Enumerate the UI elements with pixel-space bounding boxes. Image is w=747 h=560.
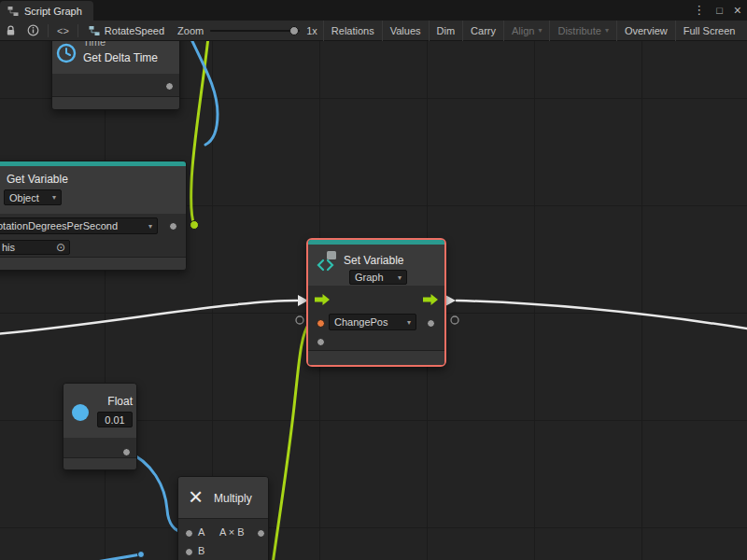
node-header: Float 0.01 — [63, 384, 136, 438]
floating-port-left[interactable] — [296, 316, 303, 324]
overview-button[interactable]: Overview — [616, 21, 675, 41]
node-footer — [63, 457, 136, 469]
zoom-slider-knob[interactable] — [289, 26, 299, 35]
node-title: Get Delta Time — [83, 51, 158, 64]
relations-button[interactable]: Relations — [323, 21, 382, 41]
lock-icon[interactable] — [0, 21, 21, 41]
multiply-icon — [189, 484, 203, 509]
node-get-variable[interactable]: Get Variable Object otationDegreesPerSec… — [0, 161, 187, 271]
node-category: Time — [83, 41, 106, 48]
output-port-variable[interactable] — [169, 222, 177, 231]
tab-script-graph[interactable]: Script Graph — [0, 1, 93, 21]
float-type-icon — [72, 404, 89, 421]
input-port-b[interactable] — [185, 548, 193, 556]
script-graph-icon — [7, 6, 19, 17]
wire-blue-bottom-left[interactable] — [6, 554, 141, 560]
output-port-float[interactable] — [122, 448, 131, 456]
node-get-delta-time[interactable]: Time Get Delta Time — [51, 41, 180, 110]
close-icon[interactable] — [728, 0, 747, 21]
window-menu-icon[interactable] — [687, 0, 711, 21]
float-value-input[interactable]: 0.01 — [97, 412, 133, 427]
wire-blue-top[interactable] — [190, 41, 218, 145]
value-input-port[interactable] — [317, 319, 325, 328]
input-label-a: A — [198, 526, 204, 538]
code-view-icon[interactable] — [51, 21, 75, 41]
graph-canvas[interactable]: Time Get Delta Time Get Variable Object … — [0, 41, 747, 560]
object-picker-icon[interactable] — [56, 242, 65, 253]
variable-scope-value: Graph — [355, 272, 384, 283]
node-footer — [308, 350, 444, 365]
node-footer — [0, 257, 186, 270]
output-port-result[interactable] — [257, 529, 265, 538]
variable-scope-dropdown[interactable]: Object — [4, 189, 62, 205]
node-header: Multiply — [178, 477, 268, 518]
wire-flow-in[interactable] — [0, 301, 297, 334]
variable-name-value: otationDegreesPerSecond — [0, 220, 118, 231]
toolbar-separator — [48, 24, 49, 37]
window-controls — [687, 0, 747, 21]
wire-flow-out[interactable] — [457, 301, 747, 329]
output-label-result: A × B — [219, 526, 245, 538]
tab-title: Script Graph — [24, 6, 82, 17]
node-footer — [52, 96, 179, 109]
zoom-label: Zoom — [177, 25, 204, 36]
wire-green-endpoint[interactable] — [190, 221, 199, 230]
info-icon[interactable] — [21, 21, 45, 41]
zoom-value: 1x — [306, 25, 317, 36]
input-port-a[interactable] — [185, 529, 193, 538]
zoom-slider[interactable] — [210, 30, 300, 32]
node-title: Float — [97, 395, 133, 408]
flow-input-arrow[interactable] — [314, 293, 331, 306]
align-button: Align — [503, 21, 549, 41]
wire-blue-endpoint[interactable] — [138, 552, 145, 558]
node-header: Get Variable Object — [0, 166, 186, 214]
target-object-field[interactable]: his — [0, 240, 70, 255]
node-multiply[interactable]: Multiply A A × B B — [177, 476, 269, 560]
node-float[interactable]: Float 0.01 — [63, 383, 137, 470]
dim-button[interactable]: Dim — [429, 21, 463, 41]
set-variable-icon — [314, 248, 340, 274]
clock-icon — [55, 42, 78, 64]
zoom-control: Zoom 1x — [172, 25, 323, 36]
floating-port-right[interactable] — [451, 316, 458, 324]
variable-name-dropdown[interactable]: otationDegreesPerSecond — [0, 217, 158, 234]
node-title: Set Variable — [344, 254, 403, 267]
input-label-b: B — [198, 545, 204, 556]
target-object-label: his — [2, 242, 15, 253]
carry-button[interactable]: Carry — [462, 21, 503, 41]
node-title: Get Variable — [7, 173, 68, 186]
graph-name-label: RotateSpeed — [81, 25, 172, 36]
graph-toolbar: RotateSpeed Zoom 1x Relations Values Dim… — [0, 21, 747, 41]
distribute-button: Distribute — [549, 21, 615, 41]
flow-output-arrow[interactable] — [422, 293, 439, 306]
node-header: Time Get Delta Time — [52, 41, 179, 74]
flow-arrowhead-out — [445, 295, 456, 306]
node-set-variable[interactable]: Set Variable Graph ChangePos — [306, 238, 446, 367]
output-port-delta-time[interactable] — [165, 82, 174, 91]
variable-name-dropdown[interactable]: ChangePos — [329, 314, 416, 330]
variable-scope-dropdown[interactable]: Graph — [349, 270, 407, 285]
node-header: Set Variable Graph — [308, 245, 444, 286]
variable-scope-value: Object — [9, 192, 39, 203]
graph-asset-icon — [89, 25, 100, 36]
value-output-port[interactable] — [427, 319, 435, 328]
values-button[interactable]: Values — [382, 21, 429, 41]
node-title: Multiply — [214, 492, 252, 505]
maximize-icon[interactable] — [711, 0, 728, 21]
node-separator — [178, 518, 268, 519]
wire-green-bottom[interactable] — [273, 324, 309, 560]
toolbar-separator — [78, 24, 78, 37]
variable-name-value: ChangePos — [334, 316, 388, 328]
extra-input-port[interactable] — [317, 338, 325, 346]
graph-name: RotateSpeed — [105, 25, 164, 36]
fullscreen-button[interactable]: Full Screen — [675, 21, 743, 41]
window-tab-bar: Script Graph — [0, 0, 747, 21]
